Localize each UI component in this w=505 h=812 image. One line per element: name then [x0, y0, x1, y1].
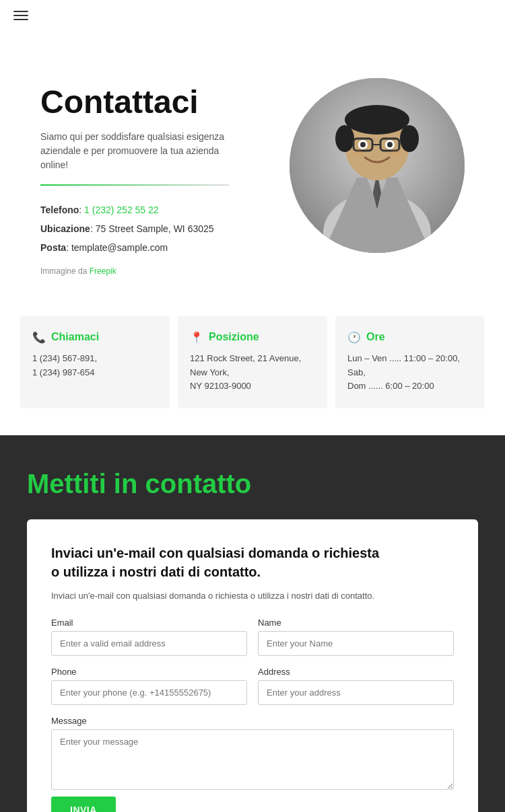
- email-value: template@sample.com: [71, 242, 168, 253]
- phone-info: Telefono: 1 (232) 252 55 22: [40, 200, 290, 219]
- svg-point-14: [360, 142, 366, 147]
- hero-section: Contattaci Siamo qui per soddisfare qual…: [0, 31, 505, 303]
- contact-section: Mettiti in contatto Inviaci un'e-mail co…: [0, 435, 505, 812]
- svg-point-6: [345, 105, 409, 135]
- info-card-hours-title: Ore: [366, 331, 385, 343]
- phone-link[interactable]: 1 (232) 252 55 22: [84, 205, 159, 215]
- message-field-label: Message: [51, 716, 454, 726]
- form-group-name: Name: [258, 618, 454, 656]
- contact-info: Telefono: 1 (232) 252 55 22 Ubicazione: …: [40, 200, 290, 257]
- hours-card-icon: 🕐: [347, 331, 361, 344]
- hero-title: Contattaci: [40, 85, 290, 120]
- image-credit-link[interactable]: Freepik: [90, 266, 116, 276]
- hero-subtitle: Siamo qui per soddisfare qualsiasi esige…: [40, 130, 242, 172]
- info-card-hours-text: Lun – Ven ..... 11:00 – 20:00, Sab, Dom …: [347, 352, 473, 394]
- info-card-location: 📍 Posizione 121 Rock Street, 21 Avenue, …: [178, 316, 327, 408]
- location-info: Ubicazione: 75 Street Sample, WI 63025: [40, 219, 290, 238]
- form-card-title: Inviaci un'e-mail con qualsiasi domanda …: [51, 544, 454, 581]
- name-field-label: Name: [258, 618, 454, 628]
- location-card-icon: 📍: [190, 331, 203, 344]
- info-card-call-text: 1 (234) 567-891, 1 (234) 987-654: [32, 352, 158, 380]
- form-card-subtitle: Inviaci un'e-mail con qualsiasi domanda …: [51, 589, 454, 603]
- form-card: Inviaci un'e-mail con qualsiasi domanda …: [27, 519, 478, 812]
- info-card-location-title: Posizione: [209, 331, 259, 343]
- form-group-address: Address: [258, 667, 454, 705]
- svg-point-17: [391, 150, 401, 157]
- svg-point-15: [387, 142, 393, 147]
- phone-card-icon: 📞: [32, 331, 46, 344]
- hero-image-placeholder: [290, 78, 465, 253]
- info-card-call-header: 📞 Chiamaci: [32, 331, 158, 344]
- email-label: Posta: [40, 242, 66, 253]
- image-credit-prefix: Immagine da: [40, 266, 87, 276]
- phone-label: Telefono: [40, 205, 79, 215]
- form-group-email: Email: [51, 618, 247, 656]
- hero-image: [290, 78, 465, 253]
- email-field[interactable]: [51, 631, 247, 656]
- image-credit: Immagine da Freepik: [40, 266, 290, 276]
- phone-field[interactable]: [51, 680, 247, 705]
- contact-section-title: Mettiti in contatto: [27, 469, 478, 499]
- info-card-hours-header: 🕐 Ore: [347, 331, 473, 344]
- email-field-label: Email: [51, 618, 247, 628]
- submit-button[interactable]: INVIA: [51, 797, 116, 812]
- name-field[interactable]: [258, 631, 454, 656]
- address-field-label: Address: [258, 667, 454, 677]
- info-card-location-header: 📍 Posizione: [190, 331, 315, 344]
- header: [0, 0, 505, 31]
- form-row-email-name: Email Name: [51, 618, 454, 656]
- form-group-phone: Phone: [51, 667, 247, 705]
- info-card-location-text: 121 Rock Street, 21 Avenue, New York, NY…: [190, 352, 315, 394]
- message-field[interactable]: [51, 729, 454, 790]
- hero-left: Contattaci Siamo qui per soddisfare qual…: [40, 71, 290, 276]
- info-card-call: 📞 Chiamaci 1 (234) 567-891, 1 (234) 987-…: [20, 316, 170, 408]
- address-field[interactable]: [258, 680, 454, 705]
- person-silhouette: [290, 78, 465, 253]
- info-card-hours: 🕐 Ore Lun – Ven ..... 11:00 – 20:00, Sab…: [335, 316, 485, 408]
- form-row-phone-address: Phone Address: [51, 667, 454, 705]
- info-cards: 📞 Chiamaci 1 (234) 567-891, 1 (234) 987-…: [0, 303, 505, 435]
- location-value: 75 Street Sample, WI 63025: [96, 223, 214, 234]
- svg-point-8: [400, 125, 419, 152]
- hero-divider: [40, 184, 229, 186]
- location-label: Ubicazione: [40, 223, 90, 234]
- info-card-call-title: Chiamaci: [51, 331, 99, 343]
- svg-point-16: [353, 150, 364, 157]
- svg-point-7: [335, 125, 354, 152]
- phone-field-label: Phone: [51, 667, 247, 677]
- hamburger-icon[interactable]: [13, 11, 28, 20]
- email-info: Posta: template@sample.com: [40, 238, 290, 257]
- form-group-message: Message: [51, 716, 454, 790]
